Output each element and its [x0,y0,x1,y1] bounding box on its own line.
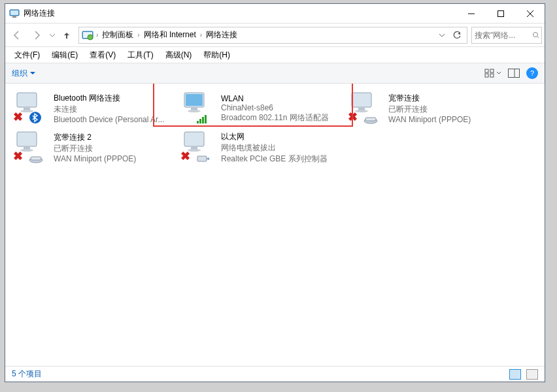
view-details-button[interactable] [509,369,521,380]
title-icon [9,8,20,19]
control-panel-icon [82,29,93,41]
view-large-button[interactable] [526,369,538,380]
crumb-network-internet[interactable]: 网络和 Internet [141,28,199,42]
svg-rect-4 [498,10,503,16]
view-mode-button[interactable] [484,69,501,78]
connection-name: 宽带连接 2 [54,132,175,143]
svg-rect-29 [202,117,204,123]
x-icon: ✖ [13,149,23,163]
svg-rect-36 [365,118,376,121]
connection-device: WAN Miniport (PPPOE) [54,154,175,163]
chevron-down-icon [496,71,501,76]
window-controls [456,4,545,23]
breadcrumb: › 控制面板 › 网络和 Internet › 网络连接 [96,28,434,42]
navbar: › 控制面板 › 网络和 Internet › 网络连接 [5,24,545,47]
search-input[interactable] [475,31,530,40]
svg-rect-38 [18,133,35,145]
svg-point-10 [533,32,537,37]
connection-icon: ✖ [16,91,50,123]
organize-button[interactable]: 组织 [12,68,35,79]
connection-text: 宽带连接 2 已断开连接 WAN Miniport (PPPOE) [54,131,175,165]
connection-item[interactable]: ✖ 宽带连接 已断开连接 WAN Miniport (PPPOE) [346,89,514,128]
connection-icon: ✖ [350,91,384,123]
history-dropdown[interactable] [47,26,58,44]
window-title: 网络连接 [24,8,456,19]
svg-rect-19 [18,94,35,106]
search-box[interactable] [471,27,542,44]
minimize-button[interactable] [456,4,486,23]
status-text: 5 个项目 [12,368,42,380]
bluetooth-icon [29,111,42,124]
svg-rect-13 [490,69,494,73]
preview-pane-button[interactable] [508,69,520,78]
svg-rect-32 [353,94,370,106]
crumb-control-panel[interactable]: 控制面板 [99,28,136,42]
svg-rect-30 [205,115,207,123]
connection-name: 以太网 [221,131,343,142]
connection-icon: ✖ [16,131,50,162]
connection-icon: ✖ [183,131,217,162]
connection-icon [183,91,217,123]
connection-name: 宽带连接 [388,93,510,104]
menu-tools[interactable]: 工具(T) [126,48,154,62]
connection-status: 网络电缆被拔出 [221,142,343,154]
address-bar[interactable]: › 控制面板 › 网络和 Internet › 网络连接 [78,27,467,44]
status-view-buttons [509,369,538,380]
svg-rect-14 [485,74,488,77]
connection-text: WLAN ChinaNet-s8e6 Broadcom 802.11n 网络适配… [221,91,343,125]
statusbar: 5 个项目 [5,366,545,382]
svg-rect-1 [10,10,18,15]
connection-device: Broadcom 802.11n 网络适配器 [221,112,343,123]
svg-point-9 [88,35,93,40]
chevron-right-icon: › [96,31,98,39]
maximize-button[interactable] [486,4,515,23]
connection-status: 已断开连接 [54,143,175,154]
svg-rect-27 [197,121,199,123]
svg-rect-24 [186,94,203,106]
ethernet-icon [196,154,211,163]
connection-status: 已断开连接 [388,104,510,115]
wifi-icon [196,114,209,124]
refresh-button[interactable] [450,31,464,40]
organize-label: 组织 [12,68,27,79]
crumb-network-connections[interactable]: 网络连接 [203,28,240,42]
svg-rect-47 [197,156,207,161]
menubar: 文件(F) 编辑(E) 查看(V) 工具(T) 高级(N) 帮助(H) [5,47,545,63]
connection-text: Bluetooth 网络连接 未连接 Bluetooth Device (Per… [54,91,175,125]
connection-name: WLAN [221,94,343,103]
menu-help[interactable]: 帮助(H) [202,48,231,62]
modem-icon [29,154,43,163]
toolbar: 组织 ? [5,63,545,84]
close-button[interactable] [515,4,545,23]
connection-status: ChinaNet-s8e6 [221,103,343,112]
x-icon: ✖ [348,110,358,124]
connection-text: 以太网 网络电缆被拔出 Realtek PCIe GBE 系列控制器 [221,131,343,165]
svg-rect-12 [485,69,488,73]
chevron-right-icon: › [200,31,202,39]
explorer-window: 网络连接 › 控制面板 › 网络和 Internet › 网络连接 [5,3,545,382]
help-button[interactable]: ? [526,67,538,79]
connection-item[interactable]: ✖ Bluetooth 网络连接 未连接 Bluetooth Device (P… [12,89,179,128]
menu-view[interactable]: 查看(V) [88,48,117,62]
address-dropdown[interactable] [437,32,447,39]
x-icon: ✖ [180,149,190,163]
chevron-right-icon: › [137,31,139,39]
svg-rect-15 [490,74,494,77]
connection-item[interactable]: ✖ 宽带连接 2 已断开连接 WAN Miniport (PPPOE) [12,128,179,167]
titlebar: 网络连接 [5,4,545,24]
svg-rect-44 [186,133,203,145]
back-button[interactable] [8,26,26,44]
modem-icon [363,115,378,124]
menu-advanced[interactable]: 高级(N) [164,48,194,62]
connection-text: 宽带连接 已断开连接 WAN Miniport (PPPOE) [388,91,510,125]
connection-status: 未连接 [54,104,175,115]
svg-rect-42 [31,157,41,160]
forward-button[interactable] [27,26,46,44]
connection-item[interactable]: ✖ 以太网 网络电缆被拔出 Realtek PCIe GBE 系列控制器 [179,128,346,167]
up-button[interactable] [59,27,75,43]
svg-rect-28 [199,119,201,123]
connection-item[interactable]: WLAN ChinaNet-s8e6 Broadcom 802.11n 网络适配… [179,89,346,128]
menu-edit[interactable]: 编辑(E) [50,48,79,62]
menu-file[interactable]: 文件(F) [13,48,41,62]
svg-line-11 [537,37,539,39]
